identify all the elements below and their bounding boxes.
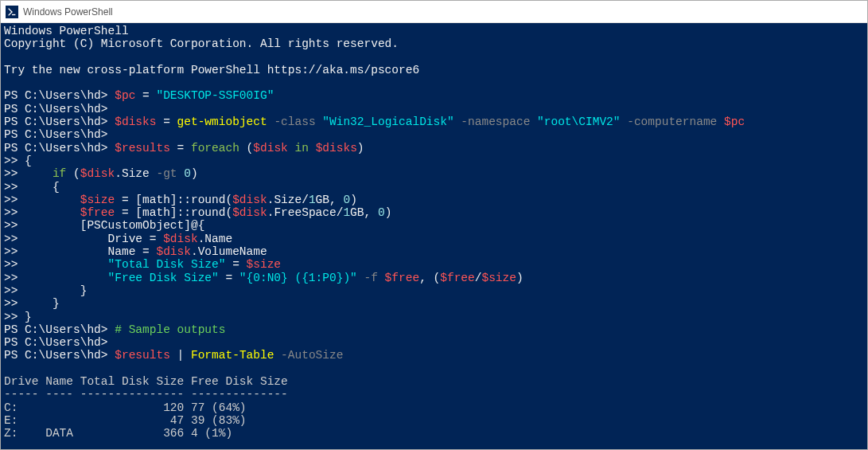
string: "Win32_LogicalDisk": [322, 115, 453, 128]
operator: =: [225, 258, 246, 271]
operator: =: [156, 115, 177, 128]
number: 0: [343, 194, 350, 206]
header-line: Copyright (C) Microsoft Corporation. All…: [4, 37, 399, 50]
variable: $pc: [115, 89, 135, 102]
expr: ): [385, 206, 392, 219]
prompt: PS C:\Users\hd>: [4, 323, 108, 336]
prompt: PS C:\Users\hd>: [4, 89, 108, 102]
cmdlet: get-wmiobject: [177, 115, 267, 128]
variable: $results: [115, 349, 170, 362]
prompt-cont: >>: [4, 272, 18, 284]
operator: =: [115, 206, 135, 219]
expr: Drive =: [18, 233, 163, 245]
operator: =: [115, 194, 135, 206]
string: "{0:N0} ({1:P0})": [239, 272, 357, 284]
table-row: Z: DATA 366 4 (1%): [4, 427, 232, 440]
prompt: PS C:\Users\hd>: [4, 115, 108, 128]
operator: =: [135, 89, 156, 102]
expr: ,: [364, 206, 378, 219]
string: "Free Disk Size": [18, 272, 218, 284]
keyword: in: [288, 142, 316, 155]
pipe: |: [170, 349, 191, 362]
param: -AutoSize: [274, 349, 343, 362]
unit: GB: [350, 206, 364, 219]
variable: $free: [18, 206, 115, 219]
prompt: PS C:\Users\hd>: [4, 103, 108, 115]
table-header: Drive Name Total Disk Size Free Disk Siz…: [4, 375, 288, 388]
param: -class: [267, 115, 323, 128]
paren: (: [73, 167, 80, 180]
variable: $size: [247, 258, 282, 271]
variable: $disk: [232, 206, 267, 219]
variable: $free: [440, 272, 475, 284]
variable: $free: [385, 272, 420, 284]
string: "root\CIMV2": [537, 115, 620, 128]
expr: ,: [329, 194, 343, 206]
variable: $disk: [163, 233, 198, 245]
header-line: Windows PowerShell: [4, 25, 129, 37]
variable: $size: [18, 194, 115, 206]
unit: GB: [316, 194, 329, 206]
member: .FreeSpace/: [267, 206, 344, 219]
expr: ): [350, 194, 357, 206]
comment: # Sample outputs: [115, 323, 225, 336]
operator: -f: [357, 272, 385, 284]
variable: $disks: [316, 142, 357, 155]
variable: $disk: [232, 194, 267, 206]
table-separator: ----- ---- --------------- -------------…: [4, 388, 288, 401]
number: 0: [177, 167, 191, 180]
prompt-cont: >>: [4, 311, 18, 323]
prompt-cont: >>: [4, 206, 18, 219]
cmdlet: Format-Table: [191, 349, 274, 362]
brace: }: [18, 284, 87, 297]
prompt-cont: >>: [4, 233, 18, 245]
param: -computername: [620, 115, 724, 128]
variable: $disks: [115, 115, 156, 128]
prompt-cont: >>: [4, 258, 18, 271]
member: .Name: [198, 233, 233, 245]
prompt-cont: >>: [4, 219, 18, 232]
expr: Name =: [18, 245, 156, 258]
table-row: E: 47 39 (83%): [4, 414, 247, 427]
variable: $disk: [80, 167, 115, 180]
prompt: PS C:\Users\hd>: [4, 128, 108, 141]
member: .Size/: [267, 194, 309, 206]
prompt-cont: >>: [4, 167, 18, 180]
prompt-cont: >>: [4, 181, 18, 194]
titlebar[interactable]: Windows PowerShell: [1, 1, 867, 23]
param: -namespace: [454, 115, 537, 128]
expr: [math]::round(: [135, 206, 232, 219]
expr: [PSCustomObject]@{: [18, 219, 204, 232]
table-row: C: 120 77 (64%): [4, 401, 247, 414]
paren: ): [191, 167, 198, 180]
prompt-cont: >>: [4, 155, 18, 167]
number: 0: [378, 206, 385, 219]
keyword: foreach: [191, 142, 239, 155]
prompt-cont: >>: [4, 297, 18, 310]
string: "DESKTOP-SSF00IG": [156, 89, 274, 102]
number: 1: [343, 206, 350, 219]
terminal-output[interactable]: Windows PowerShell Copyright (C) Microso…: [1, 23, 867, 449]
variable: $pc: [724, 115, 745, 128]
prompt-cont: >>: [4, 284, 18, 297]
string: "Total Disk Size": [18, 258, 225, 271]
keyword: if: [18, 167, 73, 180]
prompt: PS C:\Users\hd>: [4, 142, 108, 155]
operator: -gt: [156, 167, 177, 180]
prompt: PS C:\Users\hd>: [4, 336, 108, 349]
member: .VolumeName: [191, 245, 267, 258]
paren: (: [239, 142, 253, 155]
header-line: Try the new cross-platform PowerShell ht…: [4, 64, 419, 76]
brace: {: [18, 181, 59, 194]
variable: $size: [481, 272, 516, 284]
member: .Size: [115, 167, 156, 180]
prompt: PS C:\Users\hd>: [4, 349, 108, 362]
powershell-icon: [6, 6, 18, 18]
variable: $disk: [156, 245, 191, 258]
prompt-cont: >>: [4, 245, 18, 258]
window-title: Windows PowerShell: [23, 6, 113, 18]
brace: {: [18, 155, 31, 167]
brace: }: [18, 297, 59, 310]
expr: , (: [419, 272, 440, 284]
prompt-cont: >>: [4, 194, 18, 206]
